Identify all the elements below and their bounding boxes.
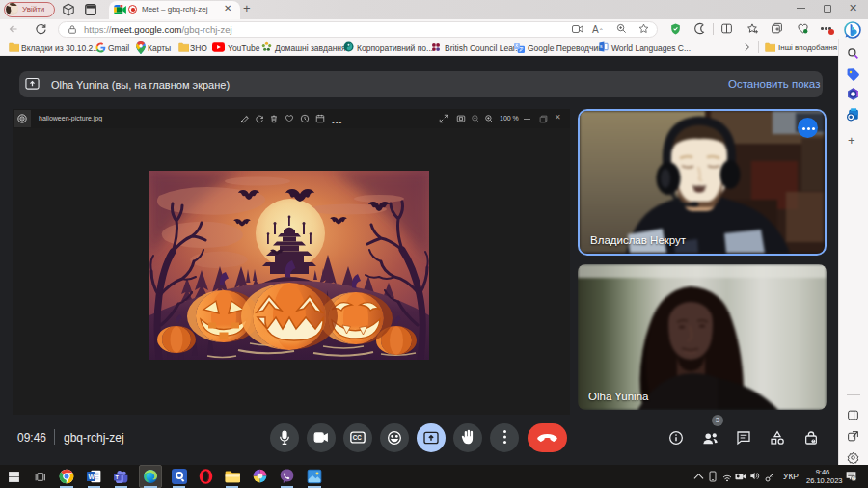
svg-text:W: W (89, 474, 95, 480)
svg-text:CC: CC (353, 434, 363, 441)
svg-text:T: T (116, 474, 120, 480)
